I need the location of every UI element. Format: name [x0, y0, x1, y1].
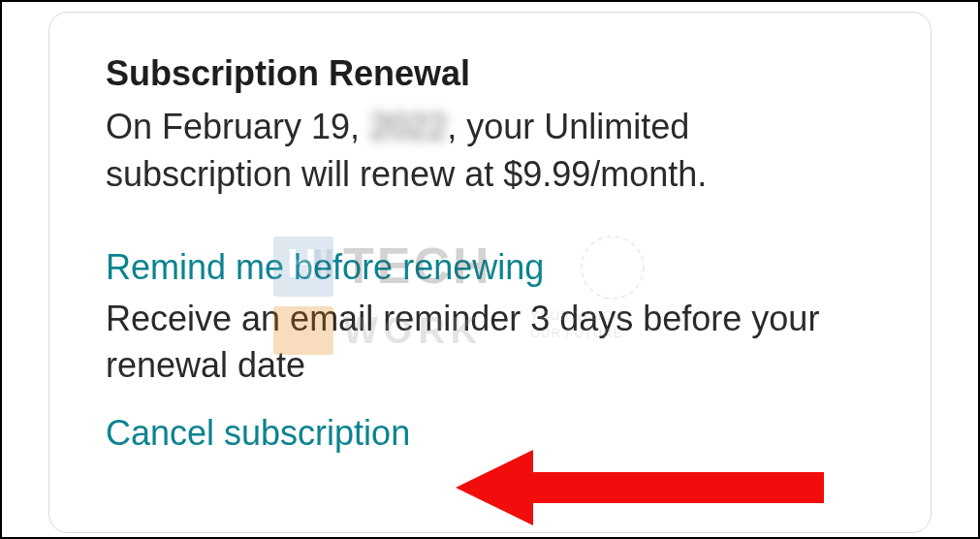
red-arrow-annotation: [456, 450, 824, 525]
cancel-subscription-link[interactable]: Cancel subscription: [106, 413, 410, 454]
section-heading: Subscription Renewal: [106, 53, 874, 94]
remind-description: Receive an email reminder 3 days before …: [106, 296, 874, 390]
renewal-message: On February 19, 2022, your Unlimited sub…: [106, 104, 874, 198]
renewal-year-redacted: 2022: [369, 104, 447, 151]
remind-block: Remind me before renewing: [106, 244, 874, 292]
renewal-prefix: On February 19,: [106, 107, 369, 146]
remind-link[interactable]: Remind me before renewing: [106, 244, 544, 292]
cancel-block: Cancel subscription: [106, 413, 874, 454]
svg-marker-0: [456, 450, 824, 525]
